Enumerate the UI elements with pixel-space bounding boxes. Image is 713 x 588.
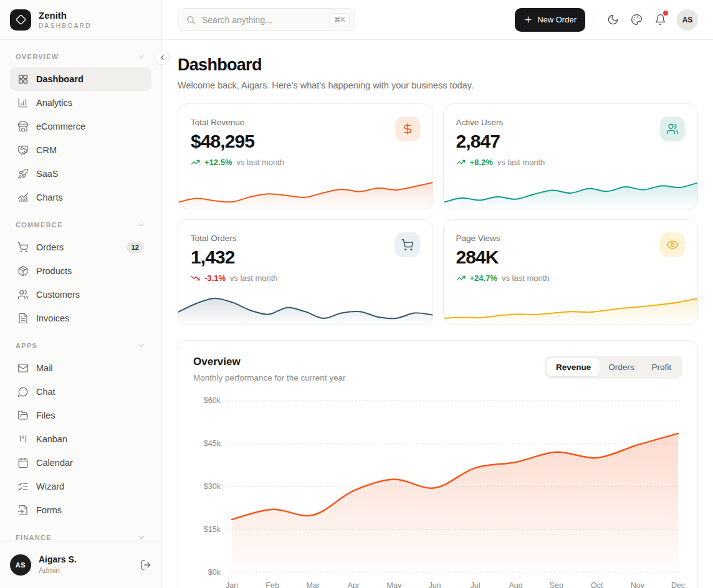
sidebar-item-wizard[interactable]: Wizard (10, 475, 151, 498)
svg-text:Aug: Aug (509, 581, 523, 588)
chevron-down-icon (137, 341, 146, 350)
overview-subtitle: Monthly performance for the current year (193, 373, 346, 382)
folder-open-icon (17, 410, 29, 421)
stat-change: +8.2% (470, 158, 493, 167)
stat-change-suffix: vs last month (236, 158, 284, 167)
chart-combined-icon (17, 192, 29, 203)
trend-up-icon (456, 158, 466, 167)
mail-icon (17, 363, 29, 374)
moon-icon (607, 14, 619, 26)
analytics-icon (17, 97, 29, 108)
chevron-down-icon (137, 220, 146, 229)
cart-icon (401, 239, 414, 251)
sidebar-item-orders[interactable]: Orders 12 (10, 235, 151, 259)
svg-text:$45k: $45k (204, 439, 221, 448)
section-header-apps[interactable]: APPS (10, 330, 151, 356)
appearance-button[interactable] (624, 8, 648, 32)
users-icon (666, 123, 679, 135)
sidebar-item-kanban[interactable]: Kanban (10, 427, 151, 451)
notifications-button[interactable] (648, 8, 672, 32)
svg-text:Jun: Jun (428, 581, 441, 588)
stat-card-page-views: Page Views 284K +24.7% vs last month (443, 219, 699, 325)
trend-up-icon (456, 273, 466, 283)
sidebar-item-crm[interactable]: CRM (10, 138, 151, 162)
bell-icon (654, 14, 666, 26)
topbar: ⌘K New Order AS (162, 0, 713, 40)
list-checks-icon (17, 481, 29, 492)
svg-text:Dec: Dec (671, 581, 685, 588)
sidebar: Zenith DASHBOARD OVERVIEW Dashboard Anal… (0, 0, 162, 588)
store-icon (17, 121, 29, 132)
sidebar-item-calendar[interactable]: Calendar (10, 451, 151, 475)
trend-up-icon (456, 273, 466, 283)
stat-change-suffix: vs last month (502, 273, 550, 283)
theme-toggle-button[interactable] (601, 8, 624, 32)
svg-text:Apr: Apr (348, 581, 360, 588)
users-icon (660, 116, 685, 141)
overview-chart: $0k$15k$30k$45k$60kJanFebMarAprMayJunJul… (193, 387, 682, 588)
brand-logo-diamond-icon (10, 9, 31, 31)
palette-icon (631, 14, 643, 26)
stat-value: 1,432 (191, 247, 420, 268)
stat-value: 284K (456, 247, 686, 268)
plus-icon (524, 15, 533, 24)
section-header-commerce[interactable]: COMMERCE (10, 209, 151, 235)
search-icon (186, 15, 196, 25)
sidebar-item-forms[interactable]: Forms (10, 498, 151, 522)
sidebar-item-invoices[interactable]: Invoices (10, 306, 151, 330)
search-shortcut-kbd: ⌘K (330, 13, 350, 26)
sparkline (178, 292, 433, 325)
kanban-icon (17, 434, 29, 445)
user-card[interactable]: AS Aigars S. Admin (0, 541, 161, 588)
chevron-left-icon (158, 54, 166, 62)
stat-change-suffix: vs last month (497, 158, 545, 167)
tab-revenue[interactable]: Revenue (547, 358, 600, 376)
svg-text:Mar: Mar (306, 581, 320, 588)
sidebar-item-chat[interactable]: Chat (10, 380, 151, 404)
tab-orders[interactable]: Orders (600, 358, 643, 376)
topbar-divider (593, 12, 593, 27)
stat-card-total-orders: Total Orders 1,432 -3.1% vs last month (178, 219, 433, 325)
collapse-sidebar-button[interactable] (155, 50, 170, 65)
logout-icon (140, 559, 151, 571)
sidebar-item-ecommerce[interactable]: eCommerce (10, 115, 151, 138)
stat-value: $48,295 (191, 131, 420, 152)
chart-tabs: RevenueOrdersProfit (545, 356, 682, 379)
calendar-icon (17, 457, 29, 468)
stat-change: +24.7% (470, 273, 497, 283)
chevron-down-icon (137, 533, 146, 541)
sidebar-item-charts[interactable]: Charts (10, 186, 151, 209)
eye-icon (666, 239, 679, 251)
diamond-icon (16, 14, 26, 25)
overview-title: Overview (193, 356, 346, 368)
section-header-overview[interactable]: OVERVIEW (10, 41, 151, 67)
rocket-icon (17, 168, 29, 179)
trend-down-icon (191, 273, 200, 283)
stats-grid: Total Revenue $48,295 +12.5% vs last mon… (178, 103, 698, 325)
sidebar-item-analytics[interactable]: Analytics (10, 91, 151, 115)
sidebar-item-mail[interactable]: Mail (10, 356, 151, 380)
sidebar-item-saas[interactable]: SaaS (10, 162, 151, 186)
search-input[interactable] (202, 15, 323, 25)
plus-icon (524, 15, 533, 24)
brand-subtitle: DASHBOARD (39, 22, 92, 29)
sparkline (178, 176, 433, 209)
sidebar-item-products[interactable]: Products (10, 259, 151, 283)
page-subtitle: Welcome back, Aigars. Here's what's happ… (178, 80, 698, 90)
sidebar-item-customers[interactable]: Customers (10, 283, 151, 306)
section-header-finance[interactable]: FINANCE (10, 522, 151, 541)
svg-text:Nov: Nov (631, 581, 645, 588)
svg-text:$60k: $60k (204, 396, 221, 405)
sidebar-item-dashboard[interactable]: Dashboard (10, 67, 151, 91)
logout-button[interactable] (140, 559, 151, 571)
content: Dashboard Welcome back, Aigars. Here's w… (162, 40, 713, 588)
search-box[interactable]: ⌘K (178, 8, 355, 31)
svg-text:$15k: $15k (204, 525, 221, 534)
svg-text:Jul: Jul (471, 581, 481, 588)
brand-name: Zenith (39, 10, 92, 21)
users-icon (17, 289, 29, 300)
new-order-button[interactable]: New Order (515, 8, 585, 32)
sidebar-item-files[interactable]: Files (10, 404, 151, 427)
tab-profit[interactable]: Profit (643, 358, 680, 376)
topbar-avatar[interactable]: AS (677, 9, 698, 31)
